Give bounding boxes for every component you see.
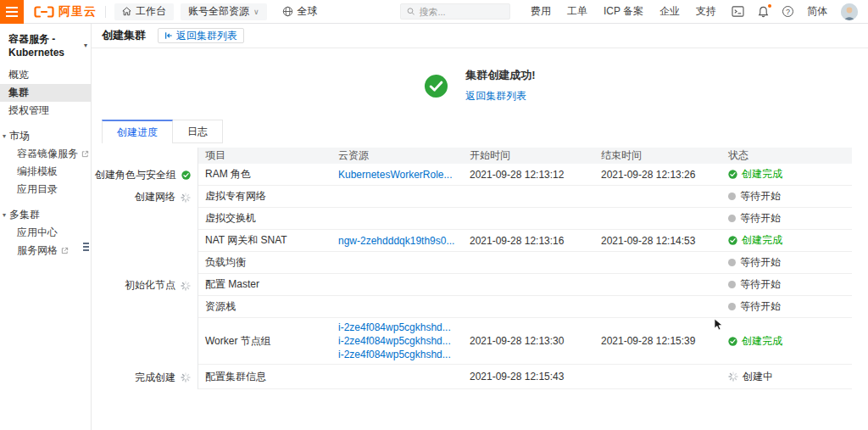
success-icon: [424, 74, 448, 98]
sidebar-item-4[interactable]: 容器镜像服务: [0, 145, 91, 163]
status-done-icon: [181, 170, 191, 180]
resource-scope-dropdown[interactable]: 账号全部资源 ∨: [181, 3, 267, 20]
sidebar-group-3[interactable]: ▾市场: [0, 127, 91, 145]
cell-resources: [331, 373, 463, 380]
cell-item: Worker 节点组: [198, 331, 331, 352]
stage-0: 创建角色与安全组: [95, 168, 191, 182]
cell-end-time: [594, 282, 721, 288]
table-row: 负载均衡等待开始: [198, 252, 852, 274]
sidebar-item-label: 编排模板: [17, 165, 58, 179]
cell-item: 资源栈: [198, 296, 331, 317]
sidebar-item-5[interactable]: 编排模板: [0, 163, 91, 181]
sidebar-item-label: 容器镜像服务: [17, 147, 78, 161]
topbar-menu: 费用工单ICP 备案企业支持: [531, 4, 716, 19]
column-header-1: 云资源: [331, 148, 463, 163]
sidebar-item-2[interactable]: 授权管理: [0, 102, 91, 120]
status-waiting-icon: [728, 215, 736, 222]
cell-start-time: 2021-09-28 12:13:16: [463, 232, 594, 250]
cell-resources: ngw-2zehdddqk19th9s0...: [331, 232, 463, 250]
table-row: 虚拟专有网络等待开始: [198, 186, 852, 208]
product-switcher[interactable]: 容器服务 - Kubernetes ▾: [0, 24, 91, 66]
cell-resources: KubernetesWorkerRole...: [331, 165, 463, 184]
topbar-divider: [105, 6, 106, 18]
tab-progress[interactable]: 创建进度: [102, 120, 173, 143]
resource-scope-label: 账号全部资源: [188, 4, 249, 19]
status-running-spinner-icon: [728, 371, 738, 382]
language-selector[interactable]: 简体: [807, 4, 827, 19]
resource-link[interactable]: i-2ze4f084wp5cgkhshd...: [338, 335, 463, 347]
cell-item: NAT 网关和 SNAT: [198, 230, 331, 251]
product-title: 容器服务 - Kubernetes: [8, 32, 81, 59]
sidebar-item-1[interactable]: 集群: [0, 84, 91, 102]
sidebar-item-0[interactable]: 概览: [0, 66, 91, 84]
cell-status: 等待开始: [721, 252, 852, 273]
cloudshell-icon[interactable]: [732, 6, 744, 17]
topbar-menu-item-1[interactable]: 工单: [567, 4, 587, 19]
column-header-3: 结束时间: [594, 148, 721, 163]
status-label: 等待开始: [740, 299, 781, 314]
column-header-4: 状态: [721, 148, 852, 163]
cell-status: 等待开始: [721, 186, 852, 207]
table-row: 配置 Master等待开始: [198, 274, 852, 296]
sidebar-item-6[interactable]: 应用目录: [0, 181, 91, 198]
status-waiting-icon: [728, 193, 736, 200]
status-badge: 创建中: [728, 370, 852, 384]
stage-3: 完成创建: [135, 371, 191, 385]
search-input[interactable]: [419, 7, 503, 17]
tab-logs[interactable]: 日志: [173, 120, 223, 143]
region-selector[interactable]: 全球: [282, 4, 318, 19]
chevron-down-icon: ▾: [3, 211, 6, 219]
resource-link[interactable]: ngw-2zehdddqk19th9s0...: [338, 235, 463, 247]
nav-menu-button[interactable]: [0, 0, 24, 24]
success-banner: 集群创建成功! 返回集群列表: [92, 62, 868, 109]
cell-resources: i-2ze4f084wp5cgkhshd...i-2ze4f084wp5cgkh…: [331, 318, 463, 364]
cell-item: RAM 角色: [198, 164, 331, 185]
sidebar-group-label: 市场: [9, 129, 30, 143]
table-body: RAM 角色KubernetesWorkerRole...2021-09-28 …: [198, 164, 852, 389]
topbar-menu-item-2[interactable]: ICP 备案: [604, 4, 643, 19]
cell-item: 虚拟专有网络: [198, 186, 331, 207]
region-label: 全球: [298, 4, 318, 19]
sidebar-item-9[interactable]: 服务网格: [0, 242, 91, 260]
status-badge: 等待开始: [728, 299, 852, 314]
help-icon[interactable]: ?: [782, 6, 793, 17]
table-row: RAM 角色KubernetesWorkerRole...2021-09-28 …: [198, 164, 852, 186]
sidebar-item-8[interactable]: 应用中心: [0, 224, 91, 242]
aliyun-logo-text: 阿里云: [58, 4, 97, 20]
search-box[interactable]: [400, 3, 510, 20]
sidebar-group-7[interactable]: ▾多集群: [0, 206, 91, 224]
sidebar-item-label: 服务网格: [17, 243, 58, 258]
cell-item: 负载均衡: [198, 252, 331, 273]
table-row: 资源栈等待开始: [198, 296, 852, 318]
resource-link[interactable]: i-2ze4f084wp5cgkhshd...: [338, 349, 463, 360]
status-waiting-icon: [728, 259, 736, 266]
console-screen: 阿里云 工作台 账号全部资源 ∨ 全球 费用工单ICP 备案企业支持: [0, 0, 868, 430]
resource-link[interactable]: KubernetesWorkerRole...: [338, 169, 463, 181]
cell-start-time: 2021-09-28 12:13:12: [463, 165, 594, 184]
topbar-menu-item-3[interactable]: 企业: [659, 4, 680, 19]
globe-icon: [282, 6, 293, 17]
back-to-cluster-list-button[interactable]: 返回集群列表: [158, 28, 244, 43]
cell-resources: [331, 304, 463, 310]
topbar-menu-item-4[interactable]: 支持: [696, 4, 716, 19]
status-running-spinner-icon: [181, 193, 191, 203]
cell-end-time: [594, 193, 721, 200]
resource-link[interactable]: i-2ze4f084wp5cgkhshd...: [338, 321, 463, 333]
topbar-menu-item-0[interactable]: 费用: [531, 4, 551, 19]
bell-icon[interactable]: [758, 6, 769, 18]
page-title: 创建集群: [102, 28, 146, 43]
back-button-label: 返回集群列表: [176, 29, 237, 43]
cell-start-time: [463, 215, 594, 222]
sidebar-collapse-handle[interactable]: [83, 241, 89, 252]
status-done-icon: [728, 236, 737, 245]
back-to-cluster-list-link[interactable]: 返回集群列表: [465, 90, 526, 102]
avatar[interactable]: [841, 3, 858, 20]
status-label: 等待开始: [740, 189, 781, 204]
cell-item: 配置集群信息: [198, 366, 331, 388]
workbench-button[interactable]: 工作台: [114, 3, 174, 20]
cell-status: 创建完成: [721, 164, 852, 185]
cell-start-time: [463, 193, 594, 200]
cell-end-time: 2021-09-28 12:15:39: [594, 332, 721, 350]
aliyun-logo[interactable]: 阿里云: [34, 4, 97, 20]
sidebar-item-label: 应用目录: [17, 182, 58, 197]
